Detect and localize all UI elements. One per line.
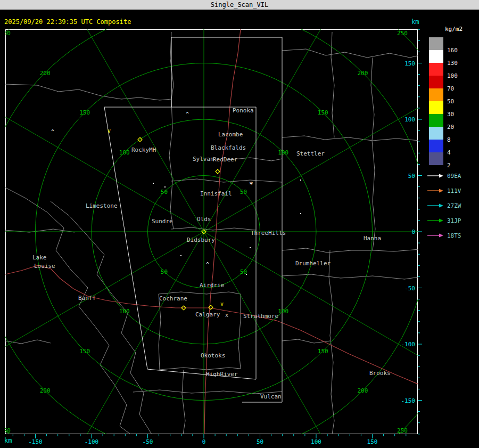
scale-swatch [429, 88, 443, 101]
axis-label-right: 50 [408, 173, 415, 180]
axis-label-bottom: 100 [311, 438, 321, 445]
scale-unit-label: kg/m2 [445, 26, 463, 32]
range-ring-label: 150 [318, 109, 328, 116]
city-label: Stettler [296, 150, 325, 157]
city-marker-dot-icon [164, 186, 166, 188]
scale-swatch [429, 101, 443, 114]
county-boundary-line [171, 227, 256, 230]
county-boundary-line [329, 250, 334, 434]
axis-label-right: -100 [401, 341, 416, 348]
range-ring-label: 50 [161, 268, 168, 275]
range-ring-label: 100 [278, 308, 288, 315]
legend-arrow-head-icon [439, 219, 443, 223]
range-ring-label: 200 [357, 70, 368, 77]
county-boundary-line [371, 58, 375, 250]
county-boundary-line [5, 188, 130, 434]
city-marker-dot-icon [300, 180, 301, 181]
city-label: ThreeHills [251, 230, 286, 237]
county-boundary-line [282, 274, 419, 279]
range-ring-label: 250 [0, 30, 11, 37]
axis-label-bottom: -100 [85, 438, 99, 445]
county-boundary-line [5, 340, 51, 344]
axis-label-bottom: -150 [28, 438, 43, 445]
axis-label-right: 100 [404, 116, 415, 123]
legend-arrow-head-icon [439, 189, 443, 193]
city-label: Brooks [369, 370, 391, 377]
radial-line [59, 232, 204, 448]
county-boundary-line [282, 248, 419, 252]
scale-swatch [429, 152, 443, 165]
city-label: RedDeer [213, 156, 238, 163]
range-ring-label: 200 [40, 70, 51, 77]
range-ring-label: 250 [0, 427, 11, 434]
radial-line [0, 232, 204, 377]
city-marker-dot-icon [153, 183, 154, 184]
scale-value-label: 130 [447, 60, 458, 67]
city-label: Vulcan [260, 393, 282, 400]
arrow-v-marker-icon: v [220, 301, 224, 307]
x-marker-icon: x [225, 312, 228, 318]
legend-id-label: 111V [447, 188, 461, 194]
scale-swatch [429, 76, 443, 88]
county-boundary-line [282, 136, 419, 141]
city-label: Lacombe [218, 131, 243, 138]
axis-label-right: 0 [411, 229, 415, 235]
city-marker-dot-icon [246, 274, 247, 275]
axis-label-bottom: -50 [143, 438, 153, 445]
scale-value-label: 70 [447, 85, 454, 92]
county-boundary-line [5, 84, 171, 100]
city-label: Sundre [152, 218, 173, 225]
range-ring-label: 250 [397, 30, 408, 37]
axis-label-right: 150 [404, 60, 415, 67]
county-boundary-line [182, 370, 185, 434]
city-label: Hanna [364, 235, 381, 242]
city-label: Cochrane [159, 295, 187, 302]
legend-arrow-head-icon [439, 234, 443, 238]
scale-swatch [429, 140, 443, 152]
city-label: Didsbury [187, 237, 215, 243]
range-ring-label: 100 [278, 149, 288, 156]
scale-swatch [429, 114, 443, 127]
city-label: Strathmore [243, 313, 278, 320]
scale-value-label: 50 [447, 98, 454, 105]
city-marker-dot-icon [180, 255, 181, 256]
county-boundary-line [282, 49, 419, 58]
caret-marker-icon: ^ [186, 111, 189, 117]
city-label: Ponoka [233, 107, 254, 114]
radar-map-svg: 5050505010010010010015015015015020020020… [0, 0, 479, 448]
city-label: Blackfalds [211, 144, 246, 151]
city-marker-dot-icon [250, 247, 251, 248]
map-layers: 5050505010010010010015015015015020020020… [0, 0, 479, 448]
scale-swatch [429, 63, 443, 76]
city-label: Calgary [195, 311, 220, 318]
city-label: HighRiver [206, 371, 238, 378]
legend-id-label: 31JP [447, 217, 461, 224]
scale-value-label: 2 [447, 162, 451, 169]
scale-swatch [429, 127, 443, 140]
radial-line [0, 87, 204, 232]
axis-label-right: -50 [404, 285, 415, 292]
legend-arrow-head-icon [439, 204, 443, 208]
asterisk-marker-icon: * [249, 180, 253, 188]
axis-label-bottom: 150 [367, 438, 378, 445]
city-marker-dot-icon [300, 213, 301, 214]
scale-value-label: 20 [447, 124, 454, 131]
city-marker-diamond-icon [209, 305, 213, 309]
range-ring-label: 150 [79, 109, 90, 116]
city-label: Innisfail [200, 190, 232, 197]
range-ring-label: 50 [161, 189, 168, 196]
city-marker-diamond-icon [216, 169, 220, 174]
caret-marker-icon: ^ [206, 262, 209, 267]
city-label: Olds [197, 216, 211, 223]
range-ring-label: 100 [119, 308, 130, 315]
range-ring-label: 50 [240, 189, 247, 196]
legend-id-label: 09EA [447, 173, 461, 180]
range-ring-label: 200 [357, 387, 368, 394]
scale-swatch [429, 50, 443, 63]
arrow-v-marker-icon: v [108, 128, 111, 134]
range-ring-label: 150 [79, 348, 90, 355]
city-label: Limestone [86, 202, 118, 209]
legend-id-label: 27ZW [447, 202, 461, 209]
city-label: Louise [34, 263, 55, 270]
county-boundary-line [159, 292, 241, 370]
